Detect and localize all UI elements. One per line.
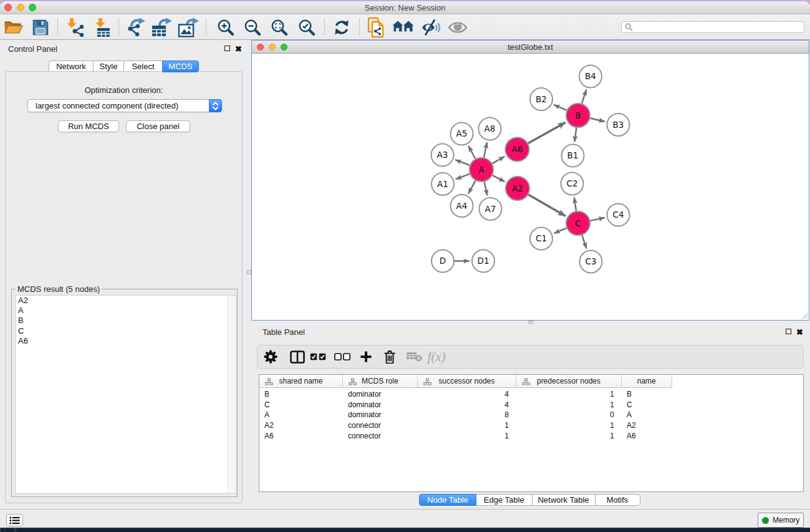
node-A8[interactable]: A8 [479,118,501,140]
cell-predecessor-nodes[interactable]: 1 [516,421,622,430]
close-table-panel-icon[interactable]: ✖ [796,329,803,335]
select-all-columns-icon[interactable] [306,345,330,369]
cell-predecessor-nodes[interactable]: 0 [516,410,622,419]
cell-name[interactable]: A [622,410,672,419]
edge-A-A6[interactable] [492,157,504,163]
export-network-icon[interactable] [122,16,151,39]
cell-successor-nodes[interactable]: 8 [418,410,517,419]
panel-selector-button[interactable] [6,514,23,526]
tab-node-table[interactable]: Node Table [419,494,476,506]
cell-name[interactable]: A6 [622,432,672,440]
edge-B-B2[interactable] [554,105,567,110]
column-header-successor-nodes[interactable]: successor nodes [418,375,517,388]
edge-C-C2[interactable] [574,197,576,211]
cell-MCDS-role[interactable]: dominator [343,390,418,399]
table-row[interactable]: Adominator80A [259,410,803,420]
edge-A-A4[interactable] [468,181,475,194]
add-column-icon[interactable] [354,345,378,369]
node-C3[interactable]: C3 [580,251,602,273]
node-A4[interactable]: A4 [451,195,473,217]
tab-network-table[interactable]: Network Table [532,494,595,506]
edge-C-C3[interactable] [582,235,586,249]
node-B3[interactable]: B3 [607,114,630,136]
first-neighbors-icon[interactable] [389,16,418,39]
edge-A2-C[interactable] [528,195,566,216]
result-item[interactable]: A [16,306,236,316]
tab-mcds[interactable]: MCDS [162,60,199,72]
mcds-result-list[interactable]: A2ABCA6 [15,295,236,494]
node-A6[interactable]: A6 [506,138,529,162]
node-C2[interactable]: C2 [561,173,584,195]
function-builder-icon[interactable]: f(x) [424,345,449,369]
run-mcds-button[interactable]: Run MCDS [58,120,119,132]
clone-network-icon[interactable] [362,16,391,39]
cell-name[interactable]: B [622,390,672,399]
table-row[interactable]: A2connector11A2 [259,420,803,431]
vertical-splitter-handle[interactable] [247,270,251,274]
node-C1[interactable]: C1 [530,228,552,250]
search-box[interactable] [621,21,804,33]
zoom-out-icon[interactable] [238,16,267,39]
column-header-MCDS-role[interactable]: MCDS role [343,375,418,388]
cell-successor-nodes[interactable]: 4 [418,390,517,399]
cell-shared-name[interactable]: A [259,410,343,419]
node-D1[interactable]: D1 [472,250,494,273]
edge-B-B4[interactable] [582,89,586,103]
node-B[interactable]: B [566,104,590,127]
result-item[interactable]: A6 [16,336,236,346]
close-panel-icon[interactable]: ✖ [235,46,242,52]
cell-shared-name[interactable]: A2 [259,421,343,430]
table-options-icon[interactable] [258,345,283,369]
column-header-shared-name[interactable]: shared name [259,375,343,388]
network-canvas[interactable]: B4B2BB3A5A8A6B1A3AC2A1A2A4A7C4CC1C3DD1 [252,54,809,320]
export-image-icon[interactable] [175,16,204,39]
edge-C-C1[interactable] [554,228,566,233]
node-D[interactable]: D [432,250,454,273]
export-table-icon[interactable] [148,16,177,39]
node-B1[interactable]: B1 [562,145,584,167]
column-header-name[interactable]: name [622,375,672,388]
table-row[interactable]: A6connector11A6 [259,430,803,441]
node-A3[interactable]: A3 [432,144,454,167]
import-network-icon[interactable] [60,16,89,39]
node-A2[interactable]: A2 [506,177,529,200]
cell-name[interactable]: C [622,400,672,409]
node-C[interactable]: C [566,211,590,235]
tab-motifs[interactable]: Motifs [595,494,640,506]
cell-successor-nodes[interactable]: 1 [418,421,517,430]
table-row[interactable]: Bdominator41B [259,389,803,400]
edge-A-A1[interactable] [456,174,470,179]
zoom-fit-icon[interactable] [265,16,294,39]
edge-A-A2[interactable] [493,175,505,181]
edge-C-C4[interactable] [591,218,605,221]
close-panel-button[interactable]: Close panel [126,120,190,132]
result-list-scrollbar[interactable] [228,296,235,494]
show-all-icon[interactable] [443,16,472,39]
node-A[interactable]: A [470,158,493,181]
network-graph[interactable]: B4B2BB3A5A8A6B1A3AC2A1A2A4A7C4CC1C3DD1 [252,54,809,320]
node-A5[interactable]: A5 [451,123,473,145]
node-B2[interactable]: B2 [530,88,552,110]
edge-A-A8[interactable] [484,142,487,157]
node-A1[interactable]: A1 [432,173,454,195]
edge-A6-B[interactable] [528,122,566,143]
cell-shared-name[interactable]: A6 [259,432,343,440]
column-header-predecessor-nodes[interactable]: predecessor nodes [516,375,622,388]
cell-predecessor-nodes[interactable]: 1 [516,390,622,399]
node-B4[interactable]: B4 [579,65,602,88]
memory-indicator[interactable]: Memory [758,513,804,528]
zoom-selected-icon[interactable] [292,16,321,39]
refresh-icon[interactable] [327,16,356,39]
cell-predecessor-nodes[interactable]: 1 [516,400,622,409]
import-table-icon[interactable] [88,16,117,39]
float-table-panel-icon[interactable] [786,329,791,334]
node-A7[interactable]: A7 [480,198,502,220]
network-window-titlebar[interactable]: testGlobe.txt [252,41,809,54]
horizontal-splitter-handle[interactable] [528,321,533,324]
cell-predecessor-nodes[interactable]: 1 [516,432,622,440]
zoom-in-icon[interactable] [211,16,240,39]
delete-column-icon[interactable] [377,345,402,369]
cell-MCDS-role[interactable]: connector [343,432,418,440]
float-panel-icon[interactable] [224,46,230,51]
edge-B-B1[interactable] [574,128,576,142]
